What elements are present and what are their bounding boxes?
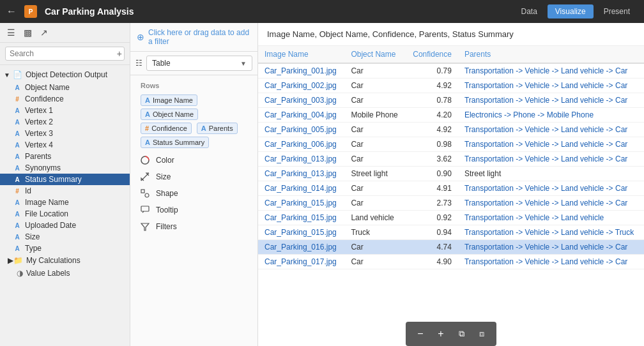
field-label: Vertex 4 bbox=[25, 140, 53, 149]
cell-object-name: Car bbox=[344, 93, 405, 108]
field-uploaded-date[interactable]: A Uploaded Date bbox=[0, 220, 130, 231]
table-row[interactable]: Car_Parking_001.jpgCar0.79Transportation… bbox=[258, 63, 644, 79]
col-parents[interactable]: Parents bbox=[458, 46, 644, 63]
table-row[interactable]: Car_Parking_013.jpgCar3.62Transportation… bbox=[258, 152, 644, 167]
cell-parents: Transportation -> Vehicle -> Land vehicl… bbox=[458, 196, 644, 211]
folder-icon: 📁 bbox=[13, 256, 23, 265]
zoom-in-btn[interactable]: + bbox=[431, 324, 450, 343]
cell-object-name: Car bbox=[344, 63, 405, 79]
cell-object-name: Car bbox=[344, 181, 405, 196]
field-parents[interactable]: A Parents bbox=[0, 151, 130, 162]
cell-object-name: Street light bbox=[344, 167, 405, 181]
type-badge-a: A bbox=[13, 244, 22, 253]
field-vertex4[interactable]: A Vertex 4 bbox=[0, 139, 130, 151]
cell-confidence: 0.92 bbox=[406, 211, 458, 225]
data-table-wrap[interactable]: Image Name Object Name Confidence Parent… bbox=[258, 46, 644, 346]
pill-image-name[interactable]: A Image Name bbox=[141, 94, 197, 106]
table-row[interactable]: Car_Parking_015.jpgCar2.73Transportation… bbox=[258, 196, 644, 211]
field-size[interactable]: A Size bbox=[0, 231, 130, 243]
sidebar-chart-icon[interactable]: ▩ bbox=[22, 27, 33, 38]
cell-object-name: Car bbox=[344, 137, 405, 152]
cell-object-name: Car bbox=[344, 123, 405, 137]
mark-filters[interactable]: Filters bbox=[135, 218, 252, 235]
sidebar-toolbar: ☰ ▩ ↗ bbox=[0, 23, 130, 43]
zoom-bar: − + ⧉ ⧈ bbox=[406, 322, 496, 346]
table-row[interactable]: Car_Parking_002.jpgCar4.92Transportation… bbox=[258, 79, 644, 93]
svg-point-3 bbox=[145, 193, 149, 197]
field-label: Vertex 2 bbox=[25, 117, 53, 126]
field-confidence[interactable]: # Confidence bbox=[0, 93, 130, 105]
field-status-summary[interactable]: A Status Summary bbox=[0, 174, 130, 185]
zoom-out-btn[interactable]: − bbox=[411, 324, 430, 343]
nav-visualize[interactable]: Visualize bbox=[548, 4, 594, 19]
field-type[interactable]: A Type bbox=[0, 243, 130, 254]
table-row[interactable]: Car_Parking_017.jpgCar4.90Transportation… bbox=[258, 255, 644, 269]
subsection-value-labels[interactable]: ◑ Value Labels bbox=[0, 267, 130, 280]
col-image-name[interactable]: Image Name bbox=[258, 46, 344, 63]
field-label: Image Name bbox=[25, 198, 69, 207]
cell-object-name: Car bbox=[344, 240, 405, 255]
cell-image-name: Car_Parking_004.jpg bbox=[258, 108, 344, 123]
pill-parents[interactable]: A Parents bbox=[197, 123, 238, 134]
nav-present[interactable]: Present bbox=[596, 4, 638, 19]
search-input[interactable] bbox=[5, 47, 125, 61]
cell-parents: Street light bbox=[458, 167, 644, 181]
mark-tooltip[interactable]: Tooltip bbox=[135, 202, 252, 218]
table-row[interactable]: Car_Parking_015.jpgLand vehicle0.92Trans… bbox=[258, 211, 644, 225]
cell-image-name: Car_Parking_017.jpg bbox=[258, 255, 344, 269]
mark-shape[interactable]: Shape bbox=[135, 185, 252, 202]
subsection-my-calculations[interactable]: ▶ 📁 My Calculations bbox=[0, 254, 130, 267]
table-row[interactable]: Car_Parking_003.jpgCar0.78Transportation… bbox=[258, 93, 644, 108]
col-object-name[interactable]: Object Name bbox=[344, 46, 405, 63]
pill-status-summary[interactable]: A Status Summary bbox=[141, 137, 209, 148]
table-row[interactable]: Car_Parking_015.jpgTruck0.94Transportati… bbox=[258, 225, 644, 240]
table-row[interactable]: Car_Parking_013.jpgStreet light0.90Stree… bbox=[258, 167, 644, 181]
pill-label: Image Name bbox=[153, 96, 193, 104]
field-synonyms[interactable]: A Synonyms bbox=[0, 162, 130, 174]
cell-parents: Transportation -> Vehicle -> Land vehicl… bbox=[458, 63, 644, 79]
col-confidence[interactable]: Confidence bbox=[406, 46, 458, 63]
data-panel: Image Name, Object Name, Confidence, Par… bbox=[258, 23, 644, 346]
filter-bar[interactable]: ⊕ Click here or drag data to add a filte… bbox=[130, 23, 257, 52]
pill-object-name[interactable]: A Object Name bbox=[141, 109, 198, 120]
table-row[interactable]: Car_Parking_006.jpgCar0.98Transportation… bbox=[258, 137, 644, 152]
fit-height-btn[interactable]: ⧈ bbox=[472, 324, 491, 343]
field-label: Synonyms bbox=[25, 163, 61, 172]
pill-confidence[interactable]: # Confidence bbox=[141, 123, 192, 134]
table-dropdown[interactable]: Table ▼ bbox=[146, 56, 252, 71]
mark-size[interactable]: Size bbox=[135, 169, 252, 185]
sidebar-trend-icon[interactable]: ↗ bbox=[38, 27, 50, 38]
pill-type-hash: # bbox=[145, 124, 149, 132]
nav-data[interactable]: Data bbox=[513, 4, 544, 19]
field-label: Confidence bbox=[25, 94, 64, 103]
table-row[interactable]: Car_Parking_005.jpgCar4.92Transportation… bbox=[258, 123, 644, 137]
fit-width-btn[interactable]: ⧉ bbox=[452, 324, 471, 343]
cell-parents: Transportation -> Vehicle -> Land vehicl… bbox=[458, 137, 644, 152]
search-add-button[interactable]: + bbox=[117, 49, 122, 59]
mark-color[interactable]: Color bbox=[135, 152, 252, 169]
field-label: Status Summary bbox=[25, 175, 82, 184]
cell-parents: Transportation -> Vehicle -> Land vehicl… bbox=[458, 181, 644, 196]
section-object-detection[interactable]: ▼ 📄 Object Detection Output bbox=[0, 68, 130, 82]
type-badge-a: A bbox=[13, 221, 22, 230]
field-vertex3[interactable]: A Vertex 3 bbox=[0, 128, 130, 139]
topbar: ← P Car Parking Analysis Data Visualize … bbox=[0, 0, 644, 23]
field-id[interactable]: # Id bbox=[0, 185, 130, 197]
table-row[interactable]: Car_Parking_014.jpgCar4.91Transportation… bbox=[258, 181, 644, 196]
cell-parents: Transportation -> Vehicle -> Land vehicl… bbox=[458, 255, 644, 269]
back-button[interactable]: ← bbox=[6, 6, 17, 17]
size-icon bbox=[139, 171, 151, 183]
table-row[interactable]: Car_Parking_004.jpgMobile Phone4.20Elect… bbox=[258, 108, 644, 123]
type-badge-a: A bbox=[13, 198, 22, 207]
field-file-location[interactable]: A File Location bbox=[0, 208, 130, 220]
type-badge-a: A bbox=[13, 152, 22, 161]
field-image-name[interactable]: A Image Name bbox=[0, 197, 130, 208]
field-vertex1[interactable]: A Vertex 1 bbox=[0, 105, 130, 116]
sidebar-menu-icon[interactable]: ☰ bbox=[5, 27, 17, 38]
cell-confidence: 4.91 bbox=[406, 181, 458, 196]
table-row[interactable]: Car_Parking_016.jpgCar4.74Transportation… bbox=[258, 240, 644, 255]
app-logo: P bbox=[24, 5, 37, 18]
field-object-name[interactable]: A Object Name bbox=[0, 82, 130, 93]
field-vertex2[interactable]: A Vertex 2 bbox=[0, 116, 130, 128]
svg-rect-4 bbox=[141, 206, 149, 211]
